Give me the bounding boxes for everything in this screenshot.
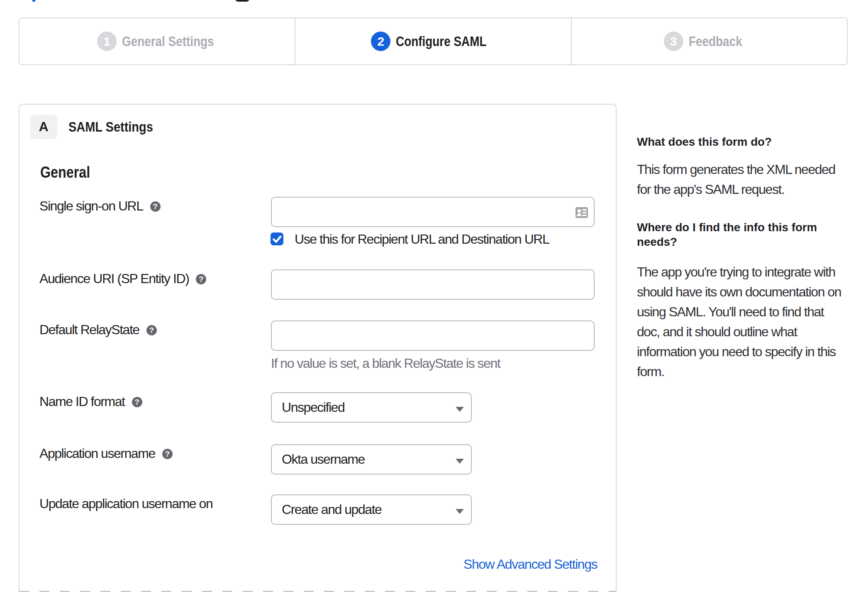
relaystate-helper-text: If no value is set, a blank RelayState i… [271, 354, 500, 372]
wizard-step-bar: 1 General Settings 2 Configure SAML 3 Fe… [19, 17, 848, 65]
sidebar-paragraph-where: The app you're trying to integrate with … [637, 262, 841, 382]
field-label-text: Audience URI (SP Entity ID) [39, 269, 189, 288]
field-label-name-id-format: Name ID format ? [39, 392, 142, 411]
field-label-application-username: Application username ? [39, 444, 173, 462]
show-advanced-settings-link[interactable]: Show Advanced Settings [463, 555, 597, 573]
wizard-step-configure-saml[interactable]: 2 Configure SAML [295, 18, 571, 64]
field-label-single-sign-on-url: Single sign-on URL ? [39, 197, 161, 215]
cropped-heading-fragment-blue [32, 0, 35, 2]
recipient-url-checkbox[interactable] [271, 232, 283, 245]
wizard-step-general-settings[interactable]: 1 General Settings [20, 18, 295, 64]
default-relaystate-input[interactable] [271, 320, 595, 351]
chevron-down-icon [456, 508, 464, 513]
recipient-url-checkbox-label: Use this for Recipient URL and Destinati… [295, 232, 549, 246]
step-1-label: General Settings [122, 34, 214, 49]
help-icon[interactable]: ? [132, 397, 142, 407]
field-label-text: Default RelayState [39, 320, 139, 339]
section-title: SAML Settings [68, 115, 153, 139]
sidebar-heading-what: What does this form do? [637, 135, 772, 149]
update-application-username-select[interactable]: Create and update [271, 494, 472, 525]
contact-card-icon[interactable] [575, 207, 588, 218]
application-username-select[interactable]: Okta username [271, 444, 472, 475]
configure-saml-page: { "colors": { "accent_blue": "#1662dd", … [0, 0, 868, 592]
group-heading-general: General [40, 163, 90, 182]
audience-uri-input[interactable] [271, 269, 595, 300]
section-a-badge: A [30, 115, 57, 139]
help-icon[interactable]: ? [196, 274, 206, 284]
field-label-default-relaystate: Default RelayState ? [39, 320, 157, 339]
sidebar-heading-where: Where do I find the info this form needs… [637, 220, 817, 249]
help-icon[interactable]: ? [162, 449, 173, 459]
wizard-step-feedback[interactable]: 3 Feedback [571, 18, 847, 64]
single-sign-on-url-input[interactable] [271, 197, 595, 227]
recipient-url-checkbox-row: Use this for Recipient URL and Destinati… [271, 232, 549, 246]
field-label-text: Single sign-on URL [39, 197, 143, 215]
chevron-down-icon [456, 406, 464, 411]
field-label-text: Application username [39, 444, 155, 462]
step-3-label: Feedback [689, 34, 742, 49]
sidebar-paragraph-what: This form generates the XML needed for t… [637, 159, 835, 199]
field-label-update-application-username-on: Update application username on [39, 494, 212, 513]
chevron-down-icon [456, 458, 464, 463]
step-2-label: Configure SAML [396, 34, 486, 49]
help-icon[interactable]: ? [150, 201, 161, 212]
field-label-audience-uri: Audience URI (SP Entity ID) ? [39, 269, 206, 288]
help-icon[interactable]: ? [146, 325, 157, 335]
saml-settings-panel: A SAML Settings General Single sign-on U… [19, 104, 617, 592]
name-id-format-select[interactable]: Unspecified [271, 392, 472, 423]
step-3-circle: 3 [664, 32, 683, 51]
cropped-heading-fragment-dark [235, 0, 249, 2]
field-label-text: Name ID format [39, 392, 125, 411]
step-1-circle: 1 [97, 32, 117, 51]
field-label-text: Update application username on [39, 494, 212, 513]
step-2-circle: 2 [371, 32, 390, 51]
